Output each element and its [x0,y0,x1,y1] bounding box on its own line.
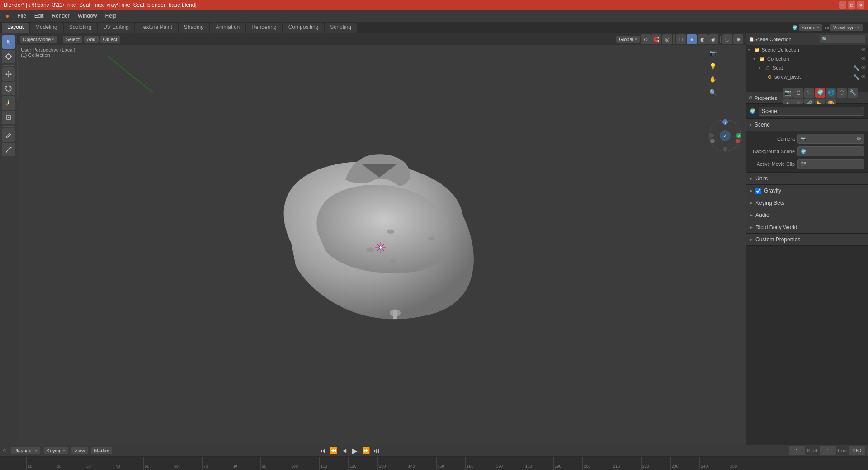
movie-clip-selector[interactable]: 🎬 [797,159,864,169]
tab-animation[interactable]: Animation [210,23,245,33]
menu-window[interactable]: Window [74,12,101,20]
viewport-shading-material[interactable]: ◐ [698,34,708,44]
snap-button[interactable]: 🧲 [651,34,661,44]
view-layer-selector[interactable]: ViewLayer ▾ [830,24,863,31]
viewport-add-button[interactable]: Add [84,36,99,43]
proportional-edit-button[interactable]: ◎ [662,34,672,44]
outliner-screw-pivot[interactable]: ⚙ screw_pivot 🔧 👁 [746,72,868,81]
scene-selector[interactable]: Scene ▾ [799,24,822,31]
gravity-section-header[interactable]: ▶ Gravity [746,185,868,197]
current-frame-display[interactable]: 1 [789,446,805,455]
navigation-gizmo[interactable]: Y X Z Y [707,118,743,154]
close-button[interactable]: ✕ [857,1,864,9]
scene-section-header[interactable]: ▾ Scene [746,119,868,131]
menu-help[interactable]: Help [102,12,120,20]
outliner-screw-label: screw_pivot [774,74,801,80]
maximize-button[interactable]: □ [848,1,855,9]
menu-render[interactable]: Render [48,12,73,20]
custom-props-section-header[interactable]: ▶ Custom Properties [746,234,868,245]
scene-name-input[interactable] [759,107,864,116]
menu-file[interactable]: File [14,12,29,20]
measure-tool-button[interactable] [2,143,15,156]
tab-uv-editing[interactable]: UV Editing [98,23,134,33]
view-search-button[interactable]: 🔍 [707,86,719,98]
tab-modeling[interactable]: Modeling [30,23,63,33]
viewport-object-button[interactable]: Object [100,36,120,43]
menu-edit[interactable]: Edit [31,12,47,20]
modifier-props-tab[interactable]: 🔧 [848,88,858,98]
tab-sculpting[interactable]: Sculpting [64,23,97,33]
view-lights-button[interactable]: 💡 [707,60,719,72]
outliner-scene-collection[interactable]: ▾ 📁 Scene Collection 👁 [746,45,868,54]
view-grab-button[interactable]: ✋ [707,73,719,85]
timeline-ruler[interactable]: 1020304050607080901001101201301401501601… [0,457,868,470]
gravity-checkbox[interactable] [755,188,761,194]
scale-tool-button[interactable] [2,96,15,110]
select-tool-button[interactable] [2,35,15,49]
outliner-search[interactable]: 🔍 [820,35,865,43]
camera-edit-icon[interactable]: ✏ [857,136,861,142]
move-tool-button[interactable] [2,67,15,81]
start-frame-value: 1 [826,448,829,453]
playback-menu[interactable]: Playback ▾ [11,447,40,454]
menu-blender[interactable]: ● [2,11,13,20]
screw-vis-icon[interactable]: 👁 [861,74,866,80]
units-section-header[interactable]: ▶ Units [746,173,868,184]
step-forward-button[interactable]: ⏩ [361,446,370,455]
view-menu[interactable]: View [71,447,88,454]
viewport-shading-wire[interactable]: □ [676,34,686,44]
tab-layout[interactable]: Layout [2,23,29,33]
transform-tool-button[interactable] [2,111,15,124]
scene-props-tab[interactable]: 🌍 [815,88,825,98]
expand-icon-2: ▾ [753,56,759,61]
visibility-icon[interactable]: 👁 [861,47,866,52]
audio-section-header[interactable]: ▶ Audio [746,209,868,221]
marker-menu[interactable]: Marker [91,447,112,454]
outliner-seat[interactable]: ▾ ⬡ Seat 🔧 👁 [746,63,868,72]
step-back-button[interactable]: ⏪ [329,446,338,455]
rigid-body-section-header[interactable]: ▶ Rigid Body World [746,221,868,233]
keying-sets-section-header[interactable]: ▶ Keying Sets [746,197,868,209]
play-button[interactable]: ▶ [350,446,359,455]
add-workspace-button[interactable]: + [358,23,368,33]
world-props-tab[interactable]: 🌐 [826,88,836,98]
bg-scene-selector[interactable]: 🌍 [797,146,864,156]
tab-shading[interactable]: Shading [179,23,209,33]
start-frame-input[interactable]: 1 [820,446,836,455]
seat-vis-icon[interactable]: 👁 [861,65,866,71]
jump-start-button[interactable]: ⏮ [318,446,327,455]
rotate-tool-button[interactable] [2,82,15,95]
camera-selector[interactable]: 📷 ✏ [797,134,864,144]
pivot-point-button[interactable]: ⊙ [641,34,651,44]
playhead[interactable] [5,457,5,470]
outliner-collection[interactable]: ▾ 📁 Collection 👁 [746,54,868,63]
global-transform-selector[interactable]: Global ▾ [616,36,640,43]
view-cameras-button[interactable]: 📷 [707,47,719,59]
tab-rendering[interactable]: Rendering [246,23,282,33]
tab-compositing[interactable]: Compositing [283,23,324,33]
object-props-tab[interactable]: ⬡ [837,88,847,98]
cursor-tool-button[interactable] [2,50,15,63]
seat-filter-icon: 🔧 [853,65,859,71]
play-back-button[interactable]: ◀ [340,446,349,455]
gizmo-button[interactable]: ⊕ [733,34,743,44]
viewlayer-props-tab[interactable]: 🗂 [804,88,814,98]
jump-end-button[interactable]: ⏭ [372,446,381,455]
object-mode-selector[interactable]: Object Mode ▾ [20,36,57,43]
viewport-select-button[interactable]: Select [63,36,82,43]
output-props-tab[interactable]: 🖨 [793,88,803,98]
visibility-icon-2[interactable]: 👁 [861,56,866,61]
tab-scripting[interactable]: Scripting [325,23,357,33]
end-frame-input[interactable]: 250 [849,446,865,455]
tab-texture-paint[interactable]: Texture Paint [135,23,178,33]
viewport-shading-solid[interactable]: ● [687,34,697,44]
keying-menu[interactable]: Keying ▾ [44,447,68,454]
render-props-tab[interactable]: 📷 [783,88,793,98]
custom-props-arrow: ▶ [750,237,753,242]
viewport[interactable]: Object Mode ▾ Select Add Object Global ▾… [17,33,746,445]
annotate-tool-button[interactable] [2,128,15,142]
overlay-button[interactable]: ⬡ [722,34,732,44]
viewport-shading-render[interactable]: ◉ [708,34,718,44]
svg-point-10 [8,117,9,118]
minimize-button[interactable]: ─ [839,1,846,9]
